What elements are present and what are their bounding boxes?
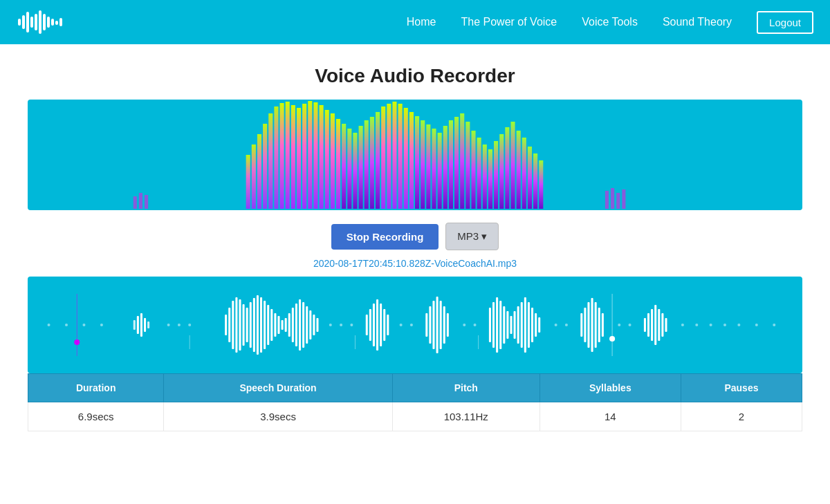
- waveform-player: Play/Pause Download Process: [28, 277, 802, 373]
- svg-rect-87: [239, 299, 241, 351]
- svg-rect-64: [528, 147, 532, 209]
- format-select-button[interactable]: MP3 ▾: [445, 223, 499, 250]
- svg-rect-125: [436, 297, 439, 353]
- svg-point-168: [737, 324, 740, 326]
- svg-rect-44: [415, 116, 419, 209]
- svg-rect-60: [505, 127, 509, 209]
- svg-rect-96: [270, 309, 273, 341]
- svg-rect-17: [263, 124, 267, 209]
- svg-rect-45: [421, 120, 425, 209]
- svg-rect-115: [373, 304, 375, 346]
- svg-rect-157: [644, 318, 646, 332]
- svg-rect-133: [496, 297, 498, 353]
- logo: [17, 8, 66, 36]
- svg-rect-95: [267, 305, 269, 345]
- svg-rect-65: [533, 153, 537, 209]
- svg-rect-85: [232, 301, 234, 349]
- svg-rect-6: [43, 14, 46, 30]
- svg-point-170: [773, 324, 775, 326]
- svg-rect-88: [243, 304, 245, 346]
- svg-rect-131: [489, 308, 491, 342]
- svg-rect-98: [277, 316, 279, 334]
- logo-icon: [17, 8, 66, 36]
- svg-rect-127: [443, 306, 445, 344]
- navbar: Home The Power of Voice Voice Tools Soun…: [0, 0, 830, 44]
- svg-rect-10: [59, 18, 62, 26]
- svg-rect-7: [47, 17, 50, 28]
- svg-point-112: [350, 324, 353, 326]
- svg-rect-4: [35, 14, 37, 30]
- svg-rect-144: [535, 313, 537, 337]
- recording-controls: Stop Recording MP3 ▾: [28, 223, 802, 250]
- svg-point-147: [565, 324, 568, 326]
- svg-rect-86: [235, 297, 237, 353]
- svg-rect-66: [539, 160, 543, 209]
- svg-rect-117: [380, 304, 382, 346]
- svg-rect-54: [471, 131, 475, 209]
- th-syllables: Syllables: [540, 374, 681, 402]
- svg-rect-49: [443, 126, 448, 209]
- svg-rect-41: [398, 104, 403, 209]
- svg-rect-22: [291, 105, 295, 209]
- svg-rect-42: [404, 108, 408, 209]
- svg-rect-75: [133, 320, 136, 330]
- td-speech-duration: 3.9secs: [164, 402, 392, 431]
- waveform-svg: [28, 294, 802, 356]
- nav-item-sound-theory[interactable]: Sound Theory: [663, 16, 732, 28]
- svg-rect-46: [426, 124, 430, 209]
- file-download-link[interactable]: 2020-08-17T20:45:10.828Z-VoiceCoachAI.mp…: [313, 258, 517, 269]
- svg-rect-94: [264, 301, 266, 349]
- svg-rect-109: [316, 318, 318, 332]
- svg-rect-32: [347, 129, 351, 209]
- svg-rect-113: [366, 315, 368, 335]
- svg-rect-40: [392, 102, 396, 209]
- svg-rect-0: [18, 19, 21, 26]
- svg-point-82: [188, 324, 191, 326]
- svg-rect-160: [654, 305, 656, 345]
- svg-point-129: [463, 324, 465, 326]
- svg-rect-53: [465, 122, 470, 209]
- svg-rect-149: [584, 308, 586, 342]
- svg-rect-1: [22, 15, 25, 29]
- svg-rect-61: [510, 122, 515, 209]
- nav-item-home[interactable]: Home: [407, 16, 436, 28]
- svg-rect-11: [133, 196, 137, 209]
- file-link-container: 2020-08-17T20:45:10.828Z-VoiceCoachAI.mp…: [28, 257, 802, 270]
- svg-rect-145: [538, 317, 540, 333]
- svg-rect-83: [225, 315, 227, 335]
- th-pauses: Pauses: [681, 374, 802, 402]
- visualizer: [28, 100, 802, 210]
- td-pitch: 103.11Hz: [392, 402, 540, 431]
- logout-button[interactable]: Logout: [757, 11, 813, 34]
- svg-rect-126: [440, 301, 442, 349]
- svg-rect-77: [140, 313, 142, 337]
- svg-rect-50: [449, 120, 453, 209]
- svg-point-111: [340, 324, 342, 326]
- svg-rect-92: [257, 295, 259, 355]
- svg-rect-138: [514, 311, 516, 339]
- svg-rect-30: [336, 119, 340, 209]
- svg-rect-5: [39, 10, 42, 34]
- stop-recording-button[interactable]: Stop Recording: [331, 224, 439, 250]
- svg-rect-105: [302, 302, 304, 348]
- svg-rect-89: [246, 308, 248, 342]
- svg-rect-99: [282, 320, 284, 330]
- svg-rect-25: [308, 101, 312, 209]
- svg-rect-93: [260, 297, 262, 353]
- svg-point-72: [65, 324, 68, 326]
- svg-rect-132: [492, 302, 495, 348]
- main-content: Voice Audio Recorder: [0, 44, 830, 445]
- svg-rect-31: [342, 124, 346, 209]
- svg-rect-63: [522, 138, 526, 209]
- nav-item-voice-tools[interactable]: Voice Tools: [582, 16, 638, 28]
- svg-rect-38: [381, 106, 385, 209]
- svg-rect-161: [658, 309, 660, 341]
- nav-item-power-of-voice[interactable]: The Power of Voice: [461, 16, 557, 28]
- svg-rect-15: [252, 144, 256, 209]
- page-title: Voice Audio Recorder: [28, 65, 802, 87]
- svg-rect-29: [331, 113, 335, 209]
- svg-rect-135: [503, 306, 505, 344]
- svg-point-169: [755, 324, 758, 326]
- svg-rect-90: [250, 302, 252, 348]
- svg-rect-102: [292, 308, 294, 342]
